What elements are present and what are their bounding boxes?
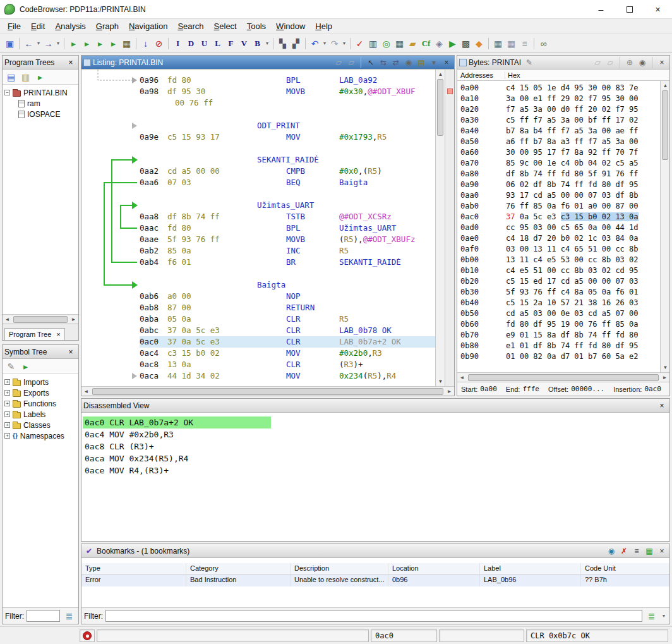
open-folder-icon[interactable]: ▥ xyxy=(19,70,32,84)
bytes-row[interactable]: 0a50a6 ff b7 8a a3 ff f7 a5 3a 00 xyxy=(460,137,660,147)
bytes-row[interactable]: 0a30c5 ff f7 a5 3a 00 bf ff 17 02 xyxy=(460,115,660,126)
go-to-icon[interactable]: ↓ xyxy=(139,37,152,51)
bytes-hscrollbar[interactable]: ◄ ► xyxy=(457,372,669,382)
next-function-icon[interactable]: ▸ xyxy=(107,37,120,51)
close-icon[interactable]: × xyxy=(656,545,668,557)
minimize-button[interactable]: – xyxy=(587,0,615,18)
bytes-row[interactable]: 0ab076 ff 85 0a f6 01 a0 00 87 00 xyxy=(460,201,660,212)
snapshot-camera-icon[interactable]: ◉ xyxy=(403,57,414,68)
menu-select[interactable]: Select xyxy=(209,20,242,33)
data-type-U-icon[interactable]: U xyxy=(198,37,211,51)
listing-line[interactable]: 0a98df 95 30MOVB#0x30,@#ODT_XBUF xyxy=(140,86,435,97)
listing-line[interactable]: ODT_PRINT xyxy=(140,120,435,131)
scroll-left-icon[interactable]: ◄ xyxy=(81,387,91,396)
tab-program-tree[interactable]: Program Tree × xyxy=(4,328,65,340)
data-type-V-icon[interactable]: V xyxy=(237,37,251,51)
script-manager-icon[interactable]: ▩ xyxy=(459,37,472,51)
key-bindings-icon[interactable]: ◆ xyxy=(472,37,486,51)
symbol-tree-item-functions[interactable]: +Functions xyxy=(4,398,76,409)
data-type-dropdown-icon[interactable]: ▾ xyxy=(264,37,270,51)
bytes-row[interactable]: 0b50cd a5 03 00 0e 03 cd a5 07 00 xyxy=(460,308,660,319)
bytes-row[interactable]: 0a103a 00 e1 ff 29 02 f7 95 30 00 xyxy=(460,94,660,104)
listing-line[interactable]: 0aca44 1d 34 02MOV0x234(R5),R4 xyxy=(140,370,435,382)
bytes-row[interactable]: 0b40c5 15 2a 10 57 21 38 16 26 03 xyxy=(460,298,660,308)
tab-close-icon[interactable]: × xyxy=(56,331,60,338)
expander-icon[interactable]: − xyxy=(4,90,10,95)
goto-bookmark-icon[interactable]: ◉ xyxy=(606,545,617,557)
data-type-manager-icon[interactable]: ◎ xyxy=(380,37,393,51)
bookmarks-filter-input[interactable] xyxy=(105,610,642,622)
goto-symbol-icon[interactable]: ▸ xyxy=(19,360,32,374)
bookmark-row[interactable]: ErrorBad InstructionUnable to resolve co… xyxy=(81,574,669,586)
addresses-column-header[interactable]: Addresses xyxy=(457,71,505,79)
margin-options-icon[interactable]: ▤ xyxy=(416,57,427,68)
listing-line[interactable]: 0ab887 00RETURN xyxy=(140,302,435,313)
bookmarks-column-label[interactable]: Label xyxy=(480,563,581,574)
tree-item-ram[interactable]: ram xyxy=(4,98,76,109)
tree-item-iospace[interactable]: IOSPACE xyxy=(4,109,76,119)
bytes-row[interactable]: 0a9006 02 df 8b 74 ff fd 80 df 95 xyxy=(460,179,660,190)
save-icon[interactable]: ▣ xyxy=(3,37,16,51)
listing-line[interactable] xyxy=(140,188,435,200)
listing-line[interactable]: 0ac037 0a 5c e3CLRLAB_0b7a+2 OK xyxy=(140,336,435,348)
scroll-up-icon[interactable]: ▲ xyxy=(436,70,445,79)
bytes-row[interactable]: 0b0013 11 c4 e5 53 00 cc 8b 03 02 xyxy=(460,255,660,265)
table-chooser-icon[interactable]: ▦ xyxy=(505,37,518,51)
data-type-L-icon[interactable]: L xyxy=(211,37,224,51)
close-icon[interactable]: × xyxy=(441,57,452,68)
cursor-arrow-icon[interactable]: ↖ xyxy=(365,57,376,68)
listing-line[interactable] xyxy=(140,268,435,279)
menu-file[interactable]: File xyxy=(3,20,26,33)
listing-line[interactable]: 0ac813 0aCLR(R3)+ xyxy=(140,359,435,370)
new-tree-icon[interactable]: ▤ xyxy=(4,70,18,84)
expander-icon[interactable]: + xyxy=(4,379,10,385)
bytes-row[interactable]: 0a7085 9c 00 1e c4 0b 04 02 c5 a5 xyxy=(460,158,660,169)
edit-pencil-icon[interactable]: ✎ xyxy=(524,57,535,68)
delete-bookmark-icon[interactable]: ✗ xyxy=(618,545,630,557)
menu-graph[interactable]: Graph xyxy=(91,20,124,33)
listing-line[interactable]: Užimtas_UART xyxy=(140,200,435,211)
listing-line[interactable]: 0a96fd 80BPLLAB_0a92 xyxy=(140,75,435,86)
listing-line[interactable] xyxy=(140,109,435,120)
listing-line[interactable]: 0aae5f 93 76 ffMOVB(R5),@#ODT_XBUFz xyxy=(140,234,435,245)
diff-apply-icon[interactable]: ⇄ xyxy=(390,57,402,68)
bookmarks-icon[interactable]: ▰ xyxy=(406,37,419,51)
data-type-B-icon[interactable]: B xyxy=(251,37,264,51)
symbol-tree-item-namespaces[interactable]: +{}Namespaces xyxy=(4,430,76,441)
disassembled-line[interactable]: 0aca MOV 0x234(R5),R4 xyxy=(83,453,668,465)
function-graph-icon[interactable]: Cf xyxy=(419,37,433,51)
scroll-down-icon[interactable]: ▼ xyxy=(661,363,669,372)
prev-function-icon[interactable]: ▸ xyxy=(93,37,107,51)
bytes-row[interactable]: 0a00c4 15 05 1e d4 95 30 00 83 7e xyxy=(460,83,660,94)
back-icon[interactable]: ← xyxy=(22,37,35,51)
symbol-filter-input[interactable] xyxy=(27,610,60,622)
bytes-row[interactable]: 0b70e9 01 15 8a df 8b 74 ff fd 80 xyxy=(460,330,660,341)
listing-line[interactable] xyxy=(140,143,435,154)
bytes-row[interactable]: 0b9001 00 82 0a d7 01 b7 60 5a e2 xyxy=(460,351,660,362)
scroll-thumb[interactable] xyxy=(92,388,443,395)
expander-icon[interactable]: + xyxy=(4,401,10,406)
hex-column-header[interactable]: Hex xyxy=(505,71,520,79)
table-view-icon[interactable]: ▦ xyxy=(491,37,505,51)
tree-item-root[interactable]: −PRINTAI.BIN xyxy=(4,87,76,98)
symbol-tree-item-imports[interactable]: +Imports xyxy=(4,377,76,387)
bookmarks-column-category[interactable]: Category xyxy=(186,563,291,574)
maximize-button[interactable] xyxy=(615,0,644,18)
scroll-thumb[interactable] xyxy=(468,374,659,381)
memory-map-icon[interactable]: ▥ xyxy=(366,37,380,51)
menu-tools[interactable]: Tools xyxy=(242,20,271,33)
listing-line[interactable]: 0a9ec5 15 93 17MOV#0x1793,R5 xyxy=(140,131,435,143)
bytes-row[interactable]: 0a20f7 a5 3a 00 d0 ff 20 02 f7 95 xyxy=(460,104,660,115)
listing-line[interactable]: 0abc37 0a 5c e3CLRLAB_0b78 OK xyxy=(140,325,435,336)
undo-icon[interactable]: ↶ xyxy=(308,37,321,51)
prev-bookmark-icon[interactable]: ▸ xyxy=(67,37,80,51)
bytes-row[interactable]: 0b60fd 80 df 95 19 00 76 ff 85 0a xyxy=(460,319,660,330)
symbol-tree-item-classes[interactable]: +Classes xyxy=(4,420,76,430)
scroll-thumb[interactable] xyxy=(13,316,68,323)
calculator-icon[interactable]: ▦ xyxy=(393,37,406,51)
bookmarks-column-code-unit[interactable]: Code Unit xyxy=(581,563,669,574)
undo-dropdown-icon[interactable]: ▾ xyxy=(321,37,328,51)
disassembled-line[interactable]: 0ac4 MOV #0x2b0,R3 xyxy=(83,428,668,440)
settings-wrench-icon[interactable]: ⊕ xyxy=(624,57,635,68)
menu-navigation[interactable]: Navigation xyxy=(124,20,172,33)
